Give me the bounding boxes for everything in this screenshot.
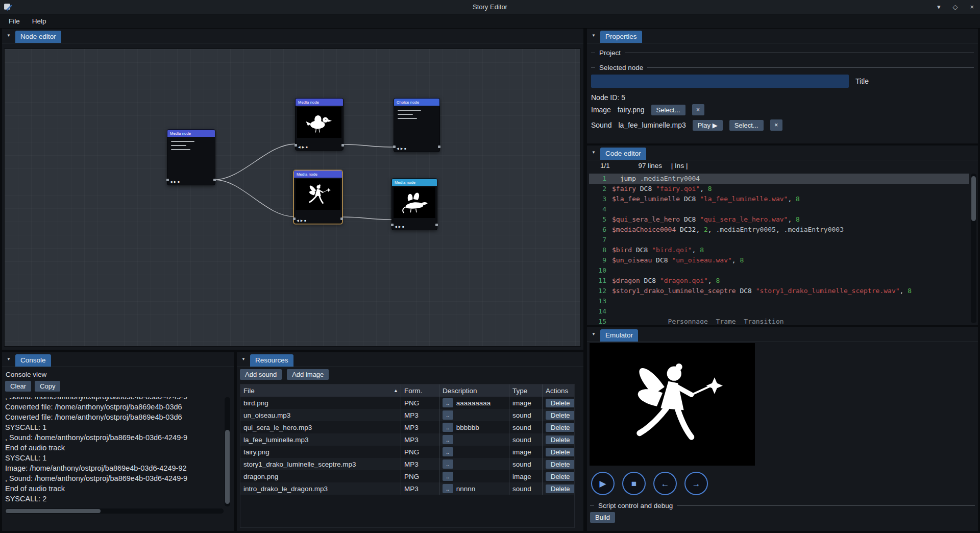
resource-row[interactable]: un_oiseau.mp3MP3..soundDelete [240,409,574,421]
play-icon[interactable]: ▶ [301,219,303,222]
edit-description-button[interactable]: .. [443,484,453,493]
output-pin[interactable] [435,224,438,226]
output-pin[interactable] [438,146,440,148]
resource-row[interactable]: intro_drako_le_dragon.mp3MP3..nnnnnsound… [240,482,574,495]
input-pin[interactable] [293,217,296,220]
input-pin[interactable] [391,224,394,226]
delete-button[interactable]: Delete [546,411,575,420]
minimize-button[interactable]: ▾ [937,4,941,10]
column-header-file[interactable]: File▲ [240,384,401,397]
column-header-type[interactable]: Type [509,384,543,397]
edit-description-button[interactable]: .. [443,472,453,481]
resource-row[interactable]: fairy.pngPNG..imageDelete [240,446,574,458]
node-fairy[interactable]: Media node ◀▶■ [293,170,342,224]
resource-row[interactable]: story1_drako_luminelle_sceptre.mp3MP3..s… [240,458,574,470]
sound-select-button[interactable]: Select... [729,120,764,131]
collapse-arrow-icon[interactable]: ▼ [7,357,11,361]
stop-icon[interactable]: ■ [304,219,306,222]
delete-button[interactable]: Delete [546,472,575,481]
maximize-button[interactable]: ◇ [952,4,958,10]
play-icon[interactable]: ▶ [399,225,401,228]
add-image-button[interactable]: Add image [287,369,329,380]
menu-item-help[interactable]: Help [27,16,52,27]
resource-row[interactable]: dragon.pngPNG..imageDelete [240,470,574,482]
output-pin[interactable] [341,144,344,147]
node-dragon[interactable]: Media node ◀▶■ [391,178,437,230]
back-button[interactable]: ← [653,472,677,495]
collapse-arrow-icon[interactable]: ▼ [592,33,596,38]
image-select-button[interactable]: Select... [651,105,685,115]
edit-description-button[interactable]: .. [443,435,453,444]
output-pin[interactable] [213,179,216,181]
stop-button[interactable]: ■ [622,472,646,495]
scrollbar-thumb[interactable] [225,430,230,504]
delete-button[interactable]: Delete [546,484,575,493]
edit-description-button[interactable]: .. [443,423,453,432]
add-sound-button[interactable]: Add sound [240,369,282,380]
rewind-icon[interactable]: ◀ [395,225,397,228]
sound-clear-button[interactable]: × [770,119,782,131]
node-choice[interactable]: Choice node◀▶■ [394,98,440,152]
column-header-description[interactable]: Description [439,384,509,397]
build-button[interactable]: Build [590,512,615,523]
forward-button[interactable]: → [684,472,708,495]
stop-icon[interactable]: ■ [404,147,406,150]
delete-button[interactable]: Delete [546,448,575,456]
copy-button[interactable]: Copy [35,381,60,392]
delete-button[interactable]: Delete [546,399,575,407]
properties-panel: ▼ Properties Project Selected node Title… [587,29,978,143]
play-icon[interactable]: ▶ [302,146,305,149]
edit-description-button[interactable]: .. [443,459,453,469]
input-pin[interactable] [166,179,169,181]
collapse-arrow-icon[interactable]: ▼ [7,33,11,38]
stop-icon[interactable]: ■ [402,225,404,228]
tab-properties[interactable]: Properties [600,31,642,43]
code-area[interactable]: 1 jump .mediaEntry00042$fairy DC8 "fairy… [589,174,969,324]
play-icon[interactable]: ▶ [401,147,403,150]
play-icon[interactable]: ▶ [174,180,177,183]
console-vertical-scrollbar[interactable] [225,397,230,506]
resource-row[interactable]: bird.pngPNG..aaaaaaaaaimageDelete [240,397,574,409]
column-header-form[interactable]: Form. [401,384,439,397]
edit-description-button[interactable]: .. [443,410,453,420]
tab-node-editor[interactable]: Node editor [15,31,61,43]
close-button[interactable]: × [970,4,974,10]
edit-description-button[interactable]: .. [443,447,453,456]
delete-button[interactable]: Delete [546,435,575,444]
rewind-icon[interactable]: ◀ [297,219,299,222]
tab-emulator[interactable]: Emulator [600,329,638,342]
console-horizontal-scrollbar[interactable] [5,508,224,514]
resource-row[interactable]: qui_sera_le_hero.mp3MP3..bbbbbbsoundDele… [240,421,574,433]
stop-icon[interactable]: ■ [306,146,308,149]
collapse-arrow-icon[interactable]: ▼ [241,357,246,361]
stop-icon[interactable]: ■ [178,180,180,183]
clear-button[interactable]: Clear [5,381,31,392]
rewind-icon[interactable]: ◀ [397,147,399,150]
edit-description-button[interactable]: .. [443,398,453,407]
node-intro[interactable]: Media node◀▶■ [167,129,215,185]
node-bird[interactable]: Media node ◀▶■ [295,98,344,151]
image-clear-button[interactable]: × [692,104,704,115]
scrollbar-thumb[interactable] [6,509,101,513]
menu-item-file[interactable]: File [3,16,26,27]
code-vertical-scrollbar[interactable] [971,174,976,323]
delete-button[interactable]: Delete [546,460,575,469]
tab-console[interactable]: Console [15,354,51,367]
collapse-arrow-icon[interactable]: ▼ [592,332,596,336]
title-input[interactable] [591,75,849,88]
tab-resources[interactable]: Resources [250,354,293,367]
output-pin[interactable] [340,217,343,220]
input-pin[interactable] [393,146,396,148]
collapse-arrow-icon[interactable]: ▼ [592,150,596,155]
rewind-icon[interactable]: ◀ [170,180,173,183]
scrollbar-thumb[interactable] [971,176,976,221]
input-pin[interactable] [295,144,297,147]
delete-button[interactable]: Delete [546,423,575,432]
rewind-icon[interactable]: ◀ [298,146,301,149]
node-canvas[interactable]: Media node◀▶■Media node ◀▶■Choice node◀▶… [4,49,581,347]
play-button[interactable]: ▶ [591,472,615,495]
resource-row[interactable]: la_fee_luminelle.mp3MP3..soundDelete [240,433,574,446]
column-header-actions[interactable]: Actions [543,384,575,397]
sound-play-button[interactable]: Play ▶ [693,120,723,131]
tab-code-editor[interactable]: Code editor [600,148,646,160]
